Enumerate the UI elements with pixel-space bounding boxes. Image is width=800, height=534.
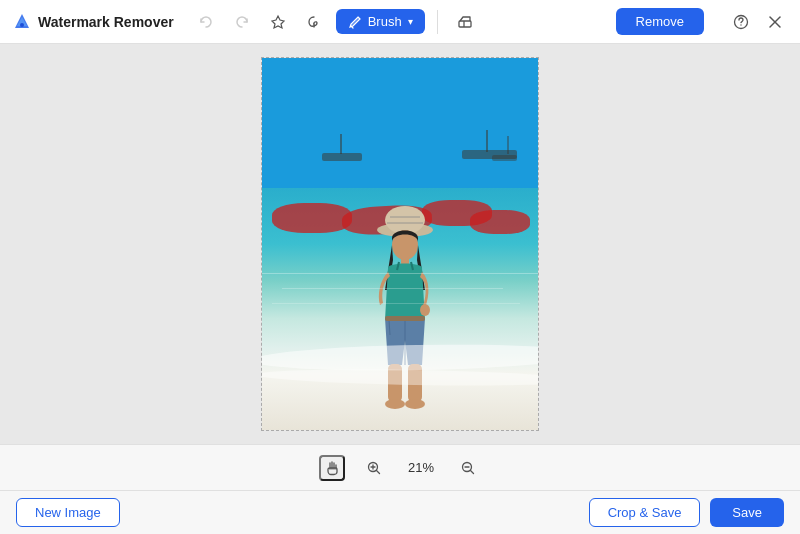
boat-silhouette-3 — [492, 155, 517, 161]
app-title: Watermark Remover — [38, 14, 174, 30]
new-image-button[interactable]: New Image — [16, 498, 120, 527]
svg-rect-16 — [385, 316, 425, 321]
svg-point-11 — [385, 206, 425, 234]
brush-label: Brush — [368, 14, 402, 29]
image-canvas[interactable] — [261, 57, 539, 431]
close-button[interactable] — [762, 9, 788, 35]
zoom-in-button[interactable] — [361, 455, 387, 481]
brush-chevron-icon: ▾ — [408, 16, 413, 27]
water-shimmer-2 — [282, 288, 503, 289]
lasso-tool-button[interactable] — [300, 8, 328, 36]
toolbar-divider — [437, 10, 438, 34]
zoom-level-display: 21% — [403, 460, 439, 475]
header-actions — [728, 9, 788, 35]
brush-mark-1 — [272, 203, 352, 233]
mast-3 — [507, 136, 509, 154]
brush-tool-button[interactable]: Brush ▾ — [336, 9, 425, 34]
eraser-tool-button[interactable] — [450, 7, 480, 37]
help-button[interactable] — [728, 9, 754, 35]
canvas-area — [0, 44, 800, 444]
svg-point-20 — [405, 399, 425, 409]
redo-button[interactable] — [228, 8, 256, 36]
save-button[interactable]: Save — [710, 498, 784, 527]
toolbar: Watermark Remover Brush ▾ — [0, 0, 800, 44]
zoom-out-button[interactable] — [455, 455, 481, 481]
wave-foam-2 — [262, 367, 538, 388]
zoom-bar: 21% — [0, 444, 800, 490]
brush-mark-4 — [470, 210, 530, 234]
water-shimmer-3 — [272, 303, 520, 304]
svg-line-22 — [377, 470, 380, 473]
svg-point-0 — [20, 23, 24, 27]
svg-line-26 — [471, 470, 474, 473]
svg-point-14 — [420, 304, 430, 316]
wave-foam — [262, 342, 538, 373]
hand-tool-button[interactable] — [319, 455, 345, 481]
remove-button[interactable]: Remove — [616, 8, 704, 35]
logo-area: Watermark Remover — [12, 12, 174, 32]
svg-marker-1 — [272, 16, 284, 28]
crop-save-button[interactable]: Crop & Save — [589, 498, 701, 527]
undo-button[interactable] — [192, 8, 220, 36]
mast-1 — [340, 134, 342, 154]
app-logo-icon — [12, 12, 32, 32]
svg-point-7 — [740, 24, 741, 25]
beach-photo — [262, 58, 538, 430]
boat-silhouette — [322, 153, 362, 161]
water-shimmer — [262, 273, 538, 274]
svg-point-19 — [385, 399, 405, 409]
footer-right-actions: Crop & Save Save — [589, 498, 784, 527]
footer-bar: New Image Crop & Save Save — [0, 490, 800, 534]
mast-2 — [486, 130, 488, 152]
polygon-tool-button[interactable] — [264, 8, 292, 36]
svg-rect-4 — [459, 21, 471, 27]
